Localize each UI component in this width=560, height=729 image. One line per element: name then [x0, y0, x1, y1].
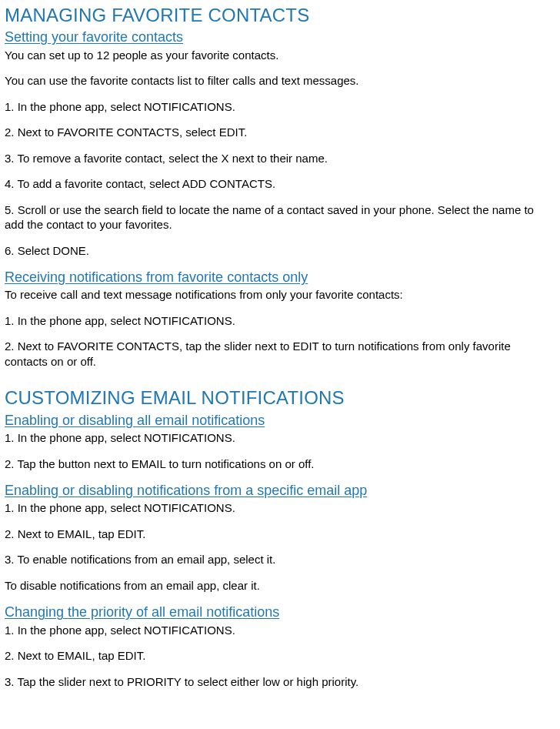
- body-text: 2. Next to FAVORITE CONTACTS, select EDI…: [5, 125, 555, 140]
- body-text: 3. To enable notifications from an email…: [5, 552, 555, 567]
- body-text: 1. In the phone app, select NOTIFICATION…: [5, 313, 555, 329]
- body-text: 1. In the phone app, select NOTIFICATION…: [5, 500, 555, 516]
- subheading-setting-favorites: Setting your favorite contacts: [5, 28, 555, 46]
- body-text: 2. Next to EMAIL, tap EDIT.: [5, 648, 555, 664]
- body-text: To disable notifications from an email a…: [5, 578, 555, 594]
- body-text: 2. Tap the button next to EMAIL to turn …: [5, 456, 555, 472]
- body-text: 6. Select DONE.: [5, 243, 555, 259]
- body-text: 1. In the phone app, select NOTIFICATION…: [5, 623, 555, 638]
- body-text: 3. Tap the slider next to PRIORITY to se…: [5, 674, 555, 690]
- section-heading-customizing-email: CUSTOMIZING EMAIL NOTIFICATIONS: [5, 386, 555, 410]
- body-text: You can use the favorite contacts list t…: [5, 73, 555, 89]
- body-text: 3. To remove a favorite contact, select …: [5, 151, 555, 166]
- body-text: 1. In the phone app, select NOTIFICATION…: [5, 430, 555, 446]
- subheading-enable-disable-all-email: Enabling or disabling all email notifica…: [5, 412, 555, 430]
- body-text: To receive call and text message notific…: [5, 287, 555, 303]
- subheading-changing-priority: Changing the priority of all email notif…: [5, 604, 555, 621]
- body-text: 2. Next to EMAIL, tap EDIT.: [5, 527, 555, 542]
- body-text: 2. Next to FAVORITE CONTACTS, tap the sl…: [5, 339, 555, 369]
- subheading-receiving-notifications: Receiving notifications from favorite co…: [5, 269, 555, 286]
- subheading-enable-disable-specific-email: Enabling or disabling notifications from…: [5, 482, 555, 500]
- body-text: You can set up to 12 people as your favo…: [5, 48, 555, 63]
- body-text: 1. In the phone app, select NOTIFICATION…: [5, 99, 555, 115]
- body-text: 4. To add a favorite contact, select ADD…: [5, 176, 555, 192]
- body-text: 5. Scroll or use the search field to loc…: [5, 202, 555, 232]
- section-heading-managing-favorites: MANAGING FAVORITE CONTACTS: [5, 3, 555, 27]
